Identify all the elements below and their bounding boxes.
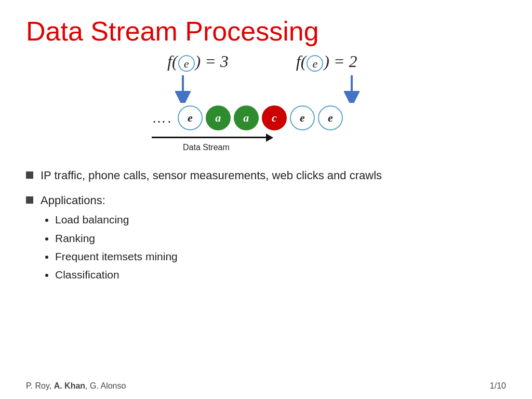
bullet-text-1: IP traffic, phone calls, sensor measurem… <box>41 168 382 184</box>
node-a-2: a <box>234 105 259 130</box>
sub-bullet-4: Classification <box>55 267 178 282</box>
stream-arrowhead <box>266 134 273 142</box>
bullet-square-1 <box>26 171 33 179</box>
arrows-row <box>136 74 396 103</box>
sub-bullets: Load balancing Ranking Frequent itemsets… <box>55 212 178 283</box>
node-c: c <box>262 105 287 130</box>
freq-labels-row: f(e) = 3 f(e) = 2 <box>136 52 396 72</box>
node-e-1: e <box>178 105 203 130</box>
node-e-3: e <box>318 105 343 130</box>
arrow-down-left <box>175 74 191 103</box>
bullet-square-2 <box>26 196 33 204</box>
sub-bullet-2: Ranking <box>55 231 178 246</box>
stream-line-area: Data Stream <box>136 134 396 152</box>
sub-bullet-1: Load balancing <box>55 212 178 227</box>
freq-label-right: f(e) = 2 <box>296 52 357 72</box>
slide: Data Stream Processing f(e) = 3 f(e) = 2 <box>0 0 532 399</box>
bullet-2-content: Applications: Load balancing Ranking Fre… <box>41 193 178 285</box>
freq-label-left: f(e) = 3 <box>167 52 229 72</box>
stream-arrow <box>152 134 273 142</box>
arrow-down-right <box>344 74 360 103</box>
stream-line-shaft <box>152 137 266 138</box>
footer-page: 1/10 <box>490 381 506 391</box>
stream-nodes-row: …. e a a c e e <box>136 105 396 130</box>
node-e-2: e <box>290 105 315 130</box>
footer: P. Roy, A. Khan, G. Alonso 1/10 <box>26 381 506 391</box>
slide-title: Data Stream Processing <box>26 16 506 47</box>
diagram-area: f(e) = 3 f(e) = 2 <box>26 52 506 152</box>
node-a-1: a <box>206 105 231 130</box>
bullet-2: Applications: Load balancing Ranking Fre… <box>26 193 506 285</box>
bullet-section: IP traffic, phone calls, sensor measurem… <box>26 168 506 286</box>
bullet-1: IP traffic, phone calls, sensor measurem… <box>26 168 506 184</box>
stream-label: Data Stream <box>183 143 230 152</box>
bullet-text-2: Applications: <box>41 193 178 209</box>
sub-bullet-3: Frequent itemsets mining <box>55 249 178 264</box>
footer-authors: P. Roy, A. Khan, G. Alonso <box>26 381 126 391</box>
dots: …. <box>152 110 172 126</box>
